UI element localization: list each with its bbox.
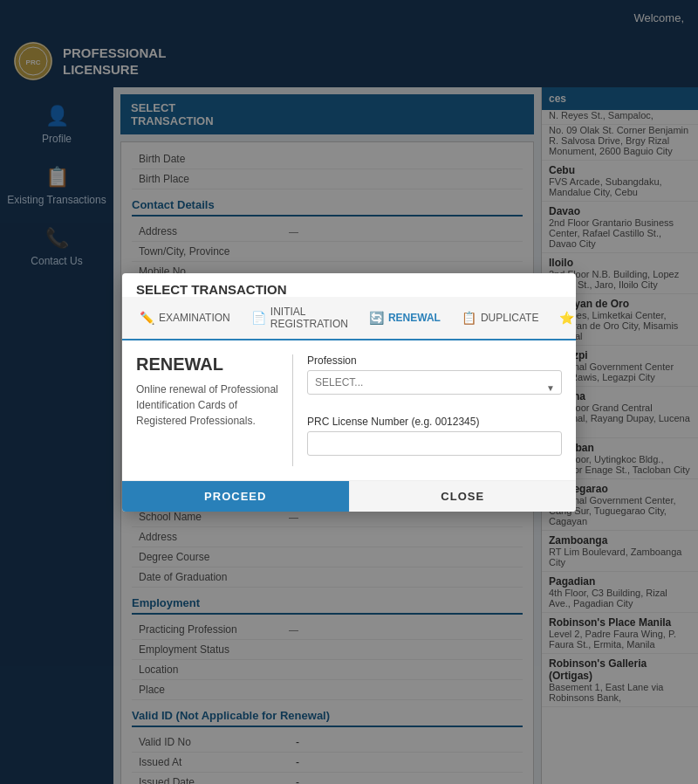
tab-certifications[interactable]: ⭐ CERTIFICATIONS [549, 297, 576, 340]
prc-license-label: PRC License Number (e.g. 0012345) [307, 416, 562, 428]
renewal-section-title: RENEWAL [136, 354, 278, 375]
modal-title: SELECT TRANSACTION [122, 273, 576, 297]
modal-body: RENEWAL Online renewal of Professional I… [122, 340, 576, 480]
prc-license-input[interactable] [307, 431, 562, 456]
initial-reg-icon: 📄 [251, 311, 266, 325]
renewal-description: Online renewal of Professional Identific… [136, 382, 278, 429]
tab-renewal[interactable]: 🔄 RENEWAL [359, 297, 451, 340]
profession-select[interactable]: SELECT... [307, 370, 562, 395]
modal-footer: PROCEED CLOSE [122, 480, 576, 512]
tab-initial-registration[interactable]: 📄 INITIAL REGISTRATION [241, 297, 359, 340]
modal-tabs: ✏️ EXAMINATION 📄 INITIAL REGISTRATION 🔄 … [122, 297, 576, 340]
tab-renewal-label: RENEWAL [388, 312, 441, 324]
duplicate-icon: 📋 [462, 311, 476, 325]
modal-right-section: Profession SELECT... PRC License Number … [307, 354, 562, 466]
profession-label: Profession [307, 354, 562, 367]
tab-initial-registration-label: INITIAL REGISTRATION [270, 306, 348, 330]
tab-examination[interactable]: ✏️ EXAMINATION [129, 297, 241, 340]
tab-duplicate[interactable]: 📋 DUPLICATE [451, 297, 549, 340]
modal-overlay: SELECT TRANSACTION ✏️ EXAMINATION 📄 INIT… [0, 0, 698, 784]
examination-icon: ✏️ [140, 311, 154, 325]
modal-left-section: RENEWAL Online renewal of Professional I… [136, 354, 293, 466]
profession-select-wrapper: SELECT... [307, 370, 562, 405]
certifications-icon: ⭐ [559, 311, 574, 325]
tab-examination-label: EXAMINATION [159, 312, 230, 324]
renewal-icon: 🔄 [369, 311, 384, 325]
proceed-button[interactable]: PROCEED [122, 481, 349, 512]
close-button[interactable]: CLOSE [349, 481, 577, 512]
select-transaction-modal: SELECT TRANSACTION ✏️ EXAMINATION 📄 INIT… [122, 273, 576, 512]
tab-duplicate-label: DUPLICATE [481, 312, 538, 324]
